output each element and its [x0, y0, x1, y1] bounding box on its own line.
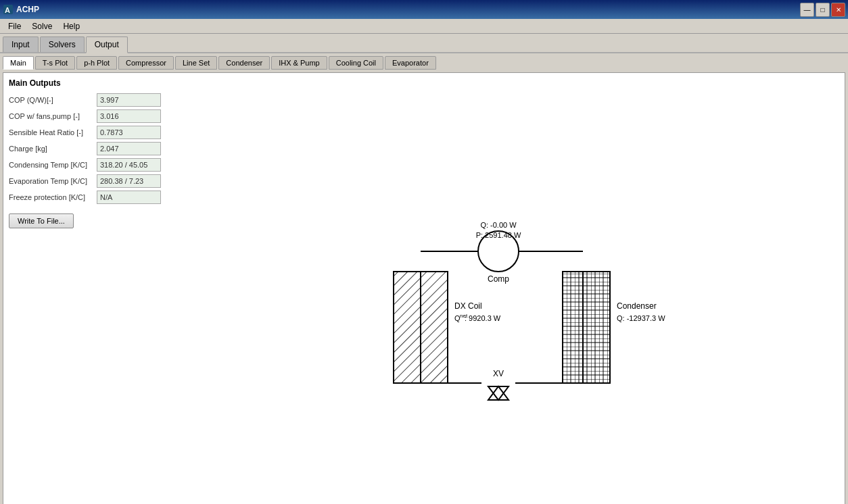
- system-diagram: Comp Q: -0.00 W P: 2591.48 W DX Coil Q n…: [339, 120, 678, 457]
- condenser-q-label: Q: -12937.3 W: [617, 314, 665, 322]
- output-row-cop: COP (Q/W)[-]: [9, 93, 178, 107]
- value-cop: [97, 93, 161, 107]
- subtab-line-set[interactable]: Line Set: [175, 56, 217, 70]
- output-row-cop-fans: COP w/ fans,pump [-]: [9, 109, 178, 123]
- output-row-evap-temp: Evaporation Temp [K/C]: [9, 174, 178, 188]
- dx-coil-q-value: : 9920.3 W: [465, 314, 501, 322]
- label-cond-temp: Condensing Temp [K/C]: [9, 161, 97, 169]
- dx-coil-symbol: [394, 272, 448, 383]
- content-area: Main T-s Plot p-h Plot Compressor Line S…: [0, 53, 848, 504]
- label-cop-fans: COP w/ fans,pump [-]: [9, 112, 97, 120]
- value-charge: [97, 142, 161, 155]
- value-shr: [97, 126, 161, 139]
- value-cop-fans: [97, 109, 161, 123]
- value-cond-temp: [97, 158, 161, 172]
- label-evap-temp: Evaporation Temp [K/C]: [9, 177, 97, 185]
- dx-coil-label: DX Coil: [454, 301, 482, 311]
- compressor-label: Comp: [488, 274, 509, 284]
- app-title: ACHP: [16, 5, 39, 14]
- output-row-freeze: Freeze protection [K/C]: [9, 191, 178, 204]
- label-charge: Charge [kg]: [9, 145, 97, 153]
- main-tabs: Input Solvers Output: [0, 34, 848, 53]
- subtab-cooling-coil[interactable]: Cooling Coil: [329, 56, 383, 70]
- app-icon: A: [3, 4, 14, 15]
- menu-solve[interactable]: Solve: [26, 20, 57, 32]
- main-panel: Main Outputs COP (Q/W)[-] COP w/ fans,pu…: [3, 72, 845, 504]
- section-title: Main Outputs: [9, 78, 178, 88]
- condenser-symbol: [563, 272, 610, 383]
- output-row-shr: Sensible Heat Ratio [-]: [9, 126, 178, 139]
- xv-symbol-top: [488, 386, 509, 400]
- menu-help[interactable]: Help: [57, 20, 85, 32]
- output-row-cond-temp: Condensing Temp [K/C]: [9, 158, 178, 172]
- value-freeze: [97, 191, 161, 204]
- condenser-label: Condenser: [617, 301, 657, 311]
- tab-output[interactable]: Output: [86, 36, 128, 53]
- subtab-ph-plot[interactable]: p-h Plot: [76, 56, 117, 70]
- subtab-condenser[interactable]: Condenser: [218, 56, 270, 70]
- subtab-ts-plot[interactable]: T-s Plot: [35, 56, 75, 70]
- tab-input[interactable]: Input: [3, 36, 39, 52]
- maximize-button[interactable]: □: [816, 3, 830, 17]
- subtab-main[interactable]: Main: [3, 56, 34, 70]
- menu-bar: File Solve Help: [0, 19, 848, 34]
- menu-file[interactable]: File: [3, 20, 26, 32]
- outputs-section: Main Outputs COP (Q/W)[-] COP w/ fans,pu…: [9, 78, 178, 499]
- subtab-evaporator[interactable]: Evaporator: [385, 56, 436, 70]
- subtab-compressor[interactable]: Compressor: [118, 56, 174, 70]
- compressor-p-label: P: 2591.48 W: [476, 231, 521, 239]
- label-shr: Sensible Heat Ratio [-]: [9, 128, 97, 136]
- subtab-ihx-pump[interactable]: IHX & Pump: [271, 56, 327, 70]
- output-row-charge: Charge [kg]: [9, 142, 178, 155]
- tab-solvers[interactable]: Solvers: [40, 36, 85, 52]
- sub-tabs: Main T-s Plot p-h Plot Compressor Line S…: [3, 56, 845, 70]
- close-button[interactable]: ✕: [831, 3, 845, 17]
- minimize-button[interactable]: —: [800, 3, 814, 17]
- xv-label: XV: [493, 369, 504, 378]
- compressor-q-label: Q: -0.00 W: [480, 221, 517, 229]
- write-to-file-button[interactable]: Write To File...: [9, 213, 74, 228]
- label-freeze: Freeze protection [K/C]: [9, 193, 97, 201]
- label-cop: COP (Q/W)[-]: [9, 96, 97, 104]
- xv-symbol-bottom: [488, 386, 509, 400]
- svg-text:A: A: [5, 6, 10, 14]
- diagram-area: Comp Q: -0.00 W P: 2591.48 W DX Coil Q n…: [178, 78, 839, 499]
- value-evap-temp: [97, 174, 161, 188]
- title-bar: A ACHP — □ ✕: [0, 0, 848, 19]
